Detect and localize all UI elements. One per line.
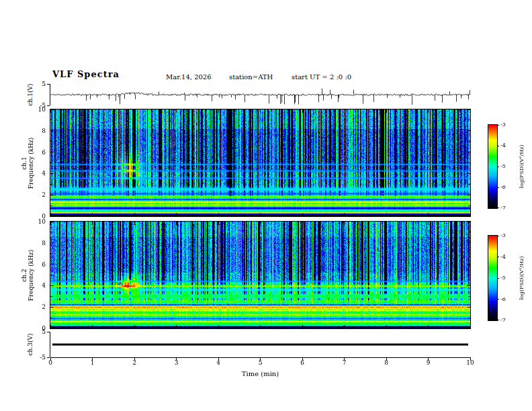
ch1-spec-y-tick-right	[467, 130, 470, 131]
ch1-spec-y-tick-left	[50, 130, 54, 131]
ch1-spec-x-tick-top	[302, 109, 303, 113]
colorbar-tick-label: -6	[500, 297, 511, 303]
ch1-spec-y-tick-left	[50, 109, 54, 110]
colorbar-tick-label: -5	[500, 164, 511, 170]
colorbar-tick-label: -5	[500, 275, 511, 281]
ch2-spec-y-minor-tick-left	[50, 232, 52, 232]
x-tick-label: 8	[380, 360, 393, 367]
colorbar-tick-1	[497, 299, 499, 300]
colorbar-tick-label: -3	[500, 122, 511, 128]
colorbar-tick-label: -3	[500, 233, 511, 239]
colorbar-tick-1	[497, 257, 499, 257]
colorbar-tick-label: -6	[500, 185, 511, 191]
x-tick-label: 7	[338, 360, 351, 367]
ch2-spec-y-minor-tick-right	[468, 318, 470, 318]
ch2-spec-y-tick-label: 10	[33, 219, 46, 226]
ch2-spec-x-tick-top	[344, 222, 345, 225]
ch2-spec-y-tick-right	[467, 328, 470, 328]
ch1-spec-y-tick-label: 8	[33, 128, 46, 135]
ch1-spec-x-tick-top	[218, 109, 219, 113]
ch1-spec-y-tick-left	[50, 173, 54, 174]
ch2-spec-x-tick-bottom	[92, 325, 93, 328]
ch1-spec-y-minor-tick-right	[468, 205, 470, 206]
ch2-spec-y-tick-right	[467, 285, 470, 286]
header-start-ut: start UT = 2 :0 :0	[292, 73, 351, 81]
ch2-spec-y-minor-tick-left	[50, 275, 52, 275]
ch1-spec-y-minor-tick-left	[50, 205, 52, 206]
ch2-spec-x-tick-top	[92, 222, 93, 225]
ch1-spec-y-axis-label-line: Frequency (kHz)	[28, 137, 35, 189]
ch2-spec-x-tick-bottom	[134, 325, 135, 328]
ch1-spec-x-tick-bottom	[176, 213, 177, 216]
ch1-spec-x-tick-bottom	[92, 213, 93, 216]
ch2-spec-y-minor-tick-right	[468, 232, 470, 232]
ch2-spec-y-tick-left	[50, 328, 54, 328]
ch1-spec-y-tick-left	[50, 152, 54, 152]
ch3-wave-y-tick-label: 5	[33, 329, 46, 336]
colorbar-tick-0	[497, 167, 499, 167]
ch1-wave-canvas	[50, 84, 470, 105]
ch2-spec-y-tick-label: 2	[33, 304, 46, 311]
colorbar-tick-0	[497, 187, 499, 188]
x-tick-label: 9	[422, 360, 435, 367]
ch1-spec-y-minor-tick-left	[50, 120, 52, 120]
ch3-wave-y-axis-line	[50, 332, 50, 357]
ch1-spec-y-tick-right	[467, 152, 470, 152]
ch1-spec-y-minor-tick-right	[468, 184, 470, 185]
ch1-spec-x-tick-bottom	[134, 213, 135, 216]
ch2-spec-y-tick-left	[50, 285, 54, 286]
ch1-spec-x-tick-top	[344, 109, 345, 113]
ch1-wave-y-axis-line	[50, 84, 50, 105]
ch3-wave-y-axis-label: ch.3(V)	[28, 334, 34, 356]
ch1-spec-x-tick-top	[386, 109, 387, 113]
ch1-spec-y-tick-right	[467, 216, 470, 216]
colorbar-tick-1	[497, 278, 499, 279]
colorbar-tick-label: -4	[500, 255, 511, 261]
ch1-spec-x-tick-bottom	[260, 213, 261, 216]
ch2-spec-y-minor-tick-left	[50, 318, 52, 318]
ch3-wave-y-tick	[47, 357, 50, 358]
x-tick-label: 5	[254, 360, 267, 367]
colorbar-label-0: log(PSD)(V²/Hz)	[519, 144, 525, 188]
ch3-wave-y-tick	[47, 332, 50, 332]
header-station: station=ATH	[229, 73, 273, 81]
x-tick-label: 6	[296, 360, 309, 367]
ch1-spec-x-tick-top	[92, 109, 93, 113]
colorbar-tick-0	[497, 146, 499, 146]
colorbar-canvas-0	[488, 125, 497, 208]
figure-title: VLF Spectra	[52, 70, 120, 79]
ch2-spec-y-tick-left	[50, 242, 54, 243]
ch1-spec-x-tick-top	[134, 109, 135, 113]
ch2-spec-y-minor-tick-left	[50, 296, 52, 297]
ch1-spec-canvas	[50, 109, 470, 216]
x-tick-label: 1	[86, 360, 99, 367]
ch2-spec-y-tick-right	[467, 264, 470, 265]
ch2-spec-y-tick-label: 8	[33, 240, 46, 247]
ch2-spec-x-tick-top	[134, 222, 135, 225]
ch2-spec-y-tick-right	[467, 242, 470, 243]
ch1-spec-x-tick-bottom	[386, 213, 387, 216]
vlf-spectra-figure: VLF Spectra Mar.14, 2026 station=ATH sta…	[0, 0, 532, 411]
ch2-spec-x-tick-bottom	[428, 325, 429, 328]
ch2-spec-x-tick-top	[260, 222, 261, 225]
ch1-spec-x-tick-top	[176, 109, 177, 113]
ch2-spec-x-tick-bottom	[302, 325, 303, 328]
ch1-wave-y-tick	[47, 105, 50, 106]
x-tick-label: 2	[128, 360, 141, 367]
ch3-wave-canvas	[50, 332, 470, 357]
x-axis-title: Time (min)	[50, 370, 470, 377]
x-tick-label: 3	[170, 360, 183, 367]
ch1-wave-y-tick-label: 5	[33, 81, 46, 88]
ch2-spec-y-axis-label: ch.2Frequency (kHz)	[21, 249, 35, 301]
ch1-spec-x-tick-bottom	[344, 213, 345, 216]
ch2-spec-y-minor-tick-right	[468, 275, 470, 275]
ch1-spec-y-minor-tick-left	[50, 163, 52, 163]
ch1-spec-y-tick-label: 2	[33, 192, 46, 199]
colorbar-tick-1	[497, 236, 499, 236]
x-tick-label: 4	[212, 360, 225, 367]
ch2-spec-x-tick-top	[218, 222, 219, 225]
ch1-spec-y-minor-tick-right	[468, 120, 470, 120]
colorbar-tick-label: -7	[500, 205, 511, 212]
colorbar-label-1: log(PSD)(V²/Hz)	[519, 256, 525, 300]
ch2-spec-x-tick-top	[302, 222, 303, 225]
